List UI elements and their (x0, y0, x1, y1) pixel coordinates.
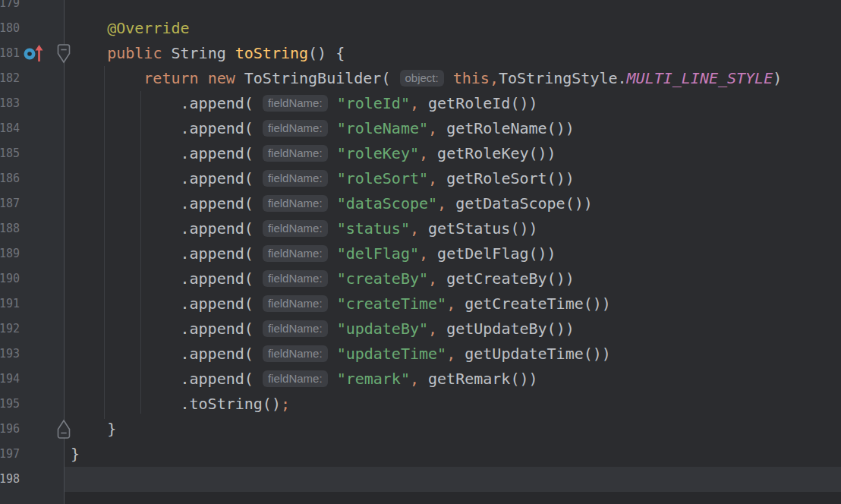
code-token: "roleId" (337, 94, 410, 112)
code-line[interactable]: .append( fieldName: "dataScope", getData… (71, 191, 593, 216)
code-line[interactable]: .append( fieldName: "roleKey", getRoleKe… (71, 141, 556, 166)
code-token (328, 269, 337, 288)
code-token: , (410, 370, 419, 388)
code-token: this (453, 69, 490, 87)
code-token (328, 169, 337, 187)
fold-collapse-start-icon[interactable] (56, 43, 71, 65)
code-line[interactable]: return new ToStringBuilder( object: this… (71, 66, 782, 91)
line-number[interactable]: 195 (0, 392, 20, 417)
parameter-hint: object: (400, 70, 444, 87)
code-token (328, 94, 337, 112)
code-token: getRoleKey()) (428, 144, 556, 162)
code-token: , (490, 69, 499, 87)
line-number[interactable]: 194 (0, 367, 20, 392)
current-line-highlight (65, 467, 841, 492)
parameter-hint: fieldName: (263, 220, 328, 237)
line-number[interactable]: 181 (0, 41, 20, 66)
line-number[interactable]: 179 (0, 0, 20, 16)
line-number[interactable]: 185 (0, 141, 20, 166)
code-token (444, 69, 453, 87)
code-token: ToStringBuilder( (235, 69, 400, 87)
code-token (328, 119, 337, 137)
fold-collapse-end-icon[interactable] (56, 418, 71, 439)
code-line[interactable]: .append( fieldName: "remark", getRemark(… (71, 367, 538, 392)
code-token: .append( (71, 119, 263, 137)
code-line[interactable]: .append( fieldName: "roleName", getRoleN… (71, 116, 575, 141)
line-number[interactable]: 190 (0, 266, 20, 291)
code-token: , (437, 194, 446, 213)
line-number[interactable]: 196 (0, 417, 20, 442)
code-token: getRoleId()) (419, 94, 538, 112)
code-line[interactable]: @Override (71, 16, 190, 41)
code-editor[interactable]: 1791801811821831841851861871881891901911… (0, 0, 841, 504)
code-token: getCreateTime()) (455, 295, 611, 313)
override-method-icon[interactable] (21, 43, 47, 65)
code-line[interactable]: .append( fieldName: "updateTime", getUpd… (71, 342, 611, 367)
code-token: "dataScope" (337, 194, 437, 213)
code-token: , (410, 219, 419, 238)
code-token: "createTime" (337, 295, 447, 313)
code-line[interactable]: .append( fieldName: "status", getStatus(… (71, 216, 538, 241)
line-number[interactable]: 193 (0, 342, 20, 367)
line-number[interactable]: 197 (0, 442, 20, 467)
code-token: , (446, 295, 455, 313)
code-line[interactable]: } (71, 417, 116, 442)
parameter-hint: fieldName: (263, 370, 328, 387)
code-token: .append( (71, 169, 263, 187)
code-line[interactable]: .append( fieldName: "createBy", getCreat… (71, 266, 575, 291)
code-token: , (428, 269, 437, 288)
code-token: getDelFlag()) (428, 244, 556, 263)
line-number[interactable]: 189 (0, 241, 20, 266)
code-token: getRoleName()) (437, 119, 575, 137)
line-number[interactable]: 186 (0, 166, 20, 191)
line-number[interactable]: 180 (0, 16, 20, 41)
parameter-hint: fieldName: (263, 120, 328, 137)
code-token: toString (235, 44, 308, 62)
code-token: @Override (107, 19, 189, 37)
code-token (328, 144, 337, 162)
code-token: String (162, 44, 235, 62)
code-token (199, 69, 208, 87)
code-token: , (428, 169, 437, 187)
code-token: } (71, 420, 116, 438)
parameter-hint: fieldName: (263, 195, 328, 212)
code-token: .append( (71, 144, 263, 162)
code-token: .append( (71, 269, 263, 288)
code-token: "status" (337, 219, 410, 238)
parameter-hint: fieldName: (263, 320, 328, 337)
code-token: getRemark()) (419, 370, 538, 388)
code-line[interactable]: .append( fieldName: "createTime", getCre… (71, 291, 611, 317)
line-number[interactable]: 198 (0, 467, 20, 492)
line-number[interactable]: 184 (0, 116, 20, 141)
line-number[interactable]: 192 (0, 317, 20, 342)
code-line[interactable]: .append( fieldName: "updateBy", getUpdat… (71, 317, 575, 342)
code-token: .append( (71, 370, 263, 388)
code-token (328, 295, 337, 313)
parameter-hint: fieldName: (263, 245, 328, 262)
code-line[interactable]: .append( fieldName: "delFlag", getDelFla… (71, 241, 556, 266)
code-token: "delFlag" (337, 244, 419, 263)
line-number[interactable]: 182 (0, 66, 20, 91)
code-line[interactable]: .append( fieldName: "roleSort", getRoleS… (71, 166, 575, 191)
code-token: .toString() (71, 395, 281, 413)
code-token: "createBy" (337, 269, 428, 288)
line-number[interactable]: 191 (0, 291, 20, 317)
code-line[interactable]: .toString(); (71, 392, 290, 417)
code-line[interactable]: public String toString() { (71, 41, 345, 66)
code-token: , (410, 94, 419, 112)
code-token: .append( (71, 295, 263, 313)
code-line[interactable]: } (71, 442, 80, 467)
parameter-hint: fieldName: (263, 95, 328, 112)
code-token (71, 44, 107, 62)
line-number[interactable]: 187 (0, 191, 20, 216)
code-token: ; (281, 395, 290, 413)
parameter-hint: fieldName: (263, 145, 328, 162)
code-token: "roleSort" (337, 169, 428, 187)
code-line[interactable]: .append( fieldName: "roleId", getRoleId(… (71, 91, 538, 116)
parameter-hint: fieldName: (263, 170, 328, 187)
line-number[interactable]: 183 (0, 91, 20, 116)
code-token: , (446, 345, 455, 363)
code-token: "remark" (337, 370, 410, 388)
line-number[interactable]: 188 (0, 216, 20, 241)
code-token: "updateBy" (337, 320, 428, 338)
